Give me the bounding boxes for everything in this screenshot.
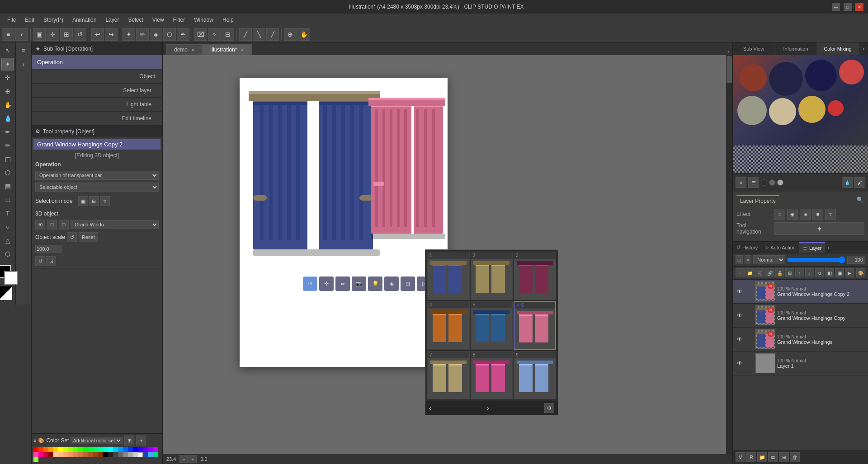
layer-icon-right[interactable]: ▶ <box>845 268 854 277</box>
swatch-green1[interactable] <box>63 447 68 452</box>
swatch-teal2[interactable] <box>93 447 98 452</box>
swatch-skin4[interactable] <box>68 452 73 457</box>
3d-btn-light[interactable]: 💡 <box>368 277 382 291</box>
opacity-input[interactable] <box>847 256 865 264</box>
3d-checkbox2[interactable]: □ <box>59 220 69 230</box>
layer-bot-merge[interactable]: ⊞ <box>779 452 789 462</box>
layer-icon-move-down[interactable]: ↓ <box>805 268 814 277</box>
layer-bot-new-vector[interactable]: V <box>736 452 745 462</box>
effect-btn5[interactable]: ▿ <box>825 209 836 220</box>
effect-btn3[interactable]: ⊞ <box>800 209 811 220</box>
swatch-violet4[interactable] <box>153 447 158 452</box>
picker-cell-7[interactable]: 7 <box>427 351 470 399</box>
menu-animation[interactable]: Animation <box>68 15 101 25</box>
background-color[interactable] <box>4 271 18 285</box>
layer-eye-gwh-copy[interactable]: 👁 <box>736 311 744 319</box>
swatch-gray1[interactable] <box>108 452 113 457</box>
tool-gradient[interactable]: ▤ <box>1 180 14 192</box>
tool-shape[interactable]: □ <box>1 193 14 206</box>
menu-filter[interactable]: Filter <box>169 15 190 25</box>
color-set-tool2[interactable]: + <box>136 436 146 445</box>
subtool-operation[interactable]: Operation <box>32 55 162 70</box>
tool-operation[interactable]: ✦ <box>1 58 14 70</box>
layer-item-gwh[interactable]: 👁 ✕ 100 % Normal Grand Window Hangings <box>733 328 868 352</box>
toolbar-lasso[interactable]: ⌧ <box>194 28 207 41</box>
layer-lock-layer1[interactable] <box>745 359 754 367</box>
tab-scroll-right[interactable]: › <box>859 42 868 55</box>
color-circle-red[interactable] <box>839 60 864 84</box>
swatch-green4[interactable] <box>78 447 83 452</box>
layer-tab-autoaction[interactable]: ▷ Auto Action <box>761 242 799 253</box>
canvas-scrollbar-thumb-v[interactable] <box>726 56 732 83</box>
layer-icon-link[interactable]: 🔗 <box>765 268 774 277</box>
effect-btn2[interactable]: ◉ <box>787 209 798 220</box>
color-circle-darkblue[interactable] <box>769 62 803 96</box>
tool-fill[interactable]: ⬡ <box>1 166 14 179</box>
blend-mode-select[interactable]: Normal <box>753 255 785 264</box>
3d-btn-rotate[interactable]: ↺ <box>303 277 317 291</box>
swatch-skin5[interactable] <box>73 452 78 457</box>
layer-tab-scroll[interactable]: › <box>825 242 831 253</box>
picker-cell-1[interactable]: 1 <box>427 252 470 300</box>
color-circle-gray[interactable] <box>737 96 767 125</box>
swatch-blue3[interactable] <box>123 447 128 452</box>
layer-lock-gwh-copy[interactable] <box>745 311 754 319</box>
menu-file[interactable]: File <box>3 15 20 25</box>
swatch-special4[interactable] <box>33 457 38 462</box>
reset-icon[interactable]: ↺ <box>67 232 77 242</box>
subtool-arrow[interactable]: ‹ <box>17 58 30 70</box>
canvas-tab-demo[interactable]: demo ✕ <box>166 44 203 55</box>
swatch-red1[interactable] <box>33 447 38 452</box>
layer-tab-layer[interactable]: ☰ Layer <box>799 242 826 253</box>
color-circle-yellow[interactable] <box>798 96 826 123</box>
reset-button[interactable]: Reset <box>79 232 98 242</box>
picker-prev-btn[interactable]: ‹ <box>429 404 431 412</box>
color-circle-brown[interactable] <box>740 64 767 91</box>
toolbar-move[interactable]: ✛ <box>47 28 59 41</box>
toolbar-eraser[interactable]: ◈ <box>150 28 162 41</box>
layer-lock-gwh[interactable] <box>745 335 754 343</box>
toolbar-rotate[interactable]: ↺ <box>74 28 86 41</box>
right-mid-btn1[interactable]: ≡ <box>736 177 746 188</box>
swatch-skin6[interactable] <box>78 452 83 457</box>
layer-icon-folder[interactable]: 📁 <box>745 268 755 277</box>
toolbar-redo[interactable]: ↪ <box>105 28 118 41</box>
swatch-gray5[interactable] <box>128 452 133 457</box>
3d-btn-camera[interactable]: 📷 <box>352 277 366 291</box>
layer-icon-mask[interactable]: ◱ <box>755 268 764 277</box>
tool-text[interactable]: T <box>1 207 14 220</box>
swatch-orange2[interactable] <box>48 447 53 452</box>
swatch-yellow2[interactable] <box>58 447 63 452</box>
layer-bot-delete[interactable]: 🗑 <box>790 452 800 462</box>
layer-item-layer1[interactable]: 👁 100 % Normal Layer 1 <box>733 352 868 375</box>
3d-btn-move[interactable]: ✛ <box>319 277 334 291</box>
tool-zoom-in[interactable]: ⊕ <box>1 85 14 98</box>
sel-mode-btn1[interactable]: ▣ <box>78 196 88 206</box>
layer-icon-clipping[interactable]: ◧ <box>825 268 834 277</box>
scale-input[interactable] <box>35 245 62 253</box>
tool-ruler2[interactable]: △ <box>1 234 14 247</box>
3d-eye-btn[interactable]: 👁 <box>35 220 45 230</box>
menu-window[interactable]: Window <box>189 15 218 25</box>
swatch-dk1[interactable] <box>43 452 48 457</box>
scale-tool1[interactable]: ↺ <box>35 256 45 266</box>
swatch-white[interactable] <box>138 452 143 457</box>
picker-cell-5[interactable]: 5 <box>471 301 513 350</box>
3d-object-dropdown[interactable]: Grand Windo <box>71 220 159 229</box>
menu-story[interactable]: Story(P) <box>39 15 68 25</box>
layer-icon-new[interactable]: + <box>736 268 745 277</box>
toolbar-undo[interactable]: ↩ <box>91 28 104 41</box>
menu-help[interactable]: Help <box>218 15 238 25</box>
3d-checkbox1[interactable]: □ <box>47 220 57 230</box>
layer-icon-select[interactable]: ▣ <box>835 268 844 277</box>
tool-eyedrop[interactable]: 💧 <box>1 112 14 125</box>
swatch-brown2[interactable] <box>88 452 93 457</box>
close-button[interactable]: ✕ <box>855 3 863 11</box>
swatch-violet3[interactable] <box>148 447 153 452</box>
layer-icon-alpha[interactable]: α <box>815 268 824 277</box>
swatch-blue5[interactable] <box>133 447 138 452</box>
minimize-button[interactable]: — <box>832 3 840 11</box>
layer-bot-new-raster[interactable]: R <box>746 452 756 462</box>
layer-icon-coloring[interactable]: 🎨 <box>856 268 865 277</box>
layer-property-tab[interactable]: Layer Property <box>736 195 779 206</box>
